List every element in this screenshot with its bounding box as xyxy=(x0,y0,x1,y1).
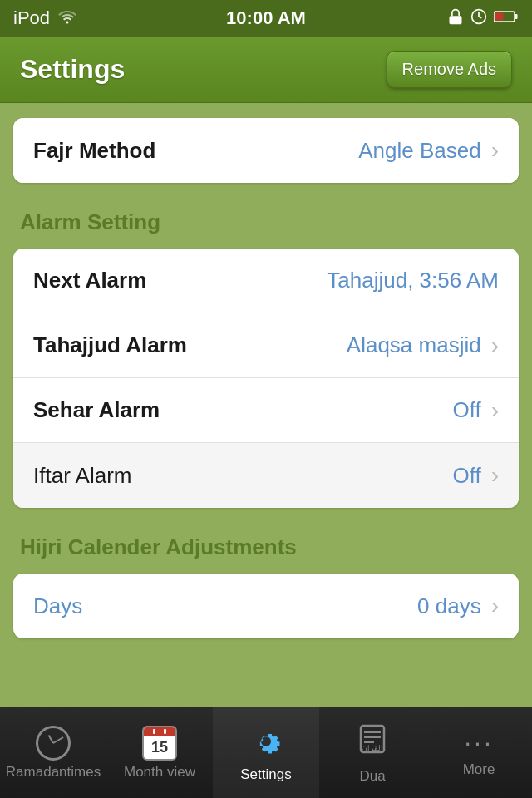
alarm-settings-group: Next Alarm Tahajjud, 3:56 AM Tahajjud Al… xyxy=(13,249,519,508)
status-left: iPod xyxy=(13,7,76,29)
fajr-method-group: Fajr Method Angle Based › xyxy=(13,118,519,183)
more-dots-icon: ··· xyxy=(464,727,494,758)
clock-tab-icon xyxy=(36,726,71,761)
days-chevron-icon: › xyxy=(491,593,499,619)
svg-rect-0 xyxy=(450,16,462,24)
dua-tab-icon: القران xyxy=(354,721,391,765)
device-label: iPod xyxy=(13,7,50,29)
tab-more-label: More xyxy=(463,761,495,778)
calendar-tab-icon: 15 xyxy=(142,726,177,761)
wifi-icon xyxy=(58,7,76,29)
calendar-number: 15 xyxy=(144,736,175,759)
battery-icon xyxy=(494,10,519,27)
status-bar: iPod 10:00 AM xyxy=(0,0,532,37)
fajr-method-value: Angle Based › xyxy=(358,137,499,164)
sehar-alarm-row[interactable]: Sehar Alarm Off › xyxy=(13,378,519,443)
next-alarm-row: Next Alarm Tahajjud, 3:56 AM xyxy=(13,249,519,313)
status-time: 10:00 AM xyxy=(226,7,306,29)
nav-bar: Settings Remove Ads xyxy=(0,37,532,103)
tab-bar: Ramadantimes 15 Month view Settings xyxy=(0,707,532,798)
remove-ads-button[interactable]: Remove Ads xyxy=(387,51,512,88)
tab-monthview-label: Month view xyxy=(124,764,195,781)
gear-tab-icon xyxy=(248,723,284,763)
tab-dua[interactable]: القران Dua xyxy=(319,707,426,798)
next-alarm-value: Tahajjud, 3:56 AM xyxy=(327,268,499,293)
sehar-alarm-value: Off › xyxy=(452,397,499,424)
iftar-alarm-value: Off › xyxy=(452,462,499,489)
iftar-alarm-row[interactable]: Iftar Alarm Off › xyxy=(13,443,519,508)
page-title: Settings xyxy=(20,54,125,85)
status-right xyxy=(447,8,519,29)
tahajjud-alarm-label: Tahajjud Alarm xyxy=(33,332,187,358)
tab-more[interactable]: ··· More xyxy=(426,707,532,798)
hijri-section-header: Hijri Calender Adjustments xyxy=(13,525,519,567)
main-content: Fajr Method Angle Based › Alarm Setting … xyxy=(0,103,532,707)
tab-settings[interactable]: Settings xyxy=(213,707,319,798)
fajr-chevron-icon: › xyxy=(491,137,499,164)
fajr-method-row[interactable]: Fajr Method Angle Based › xyxy=(13,118,519,183)
tab-dua-label: Dua xyxy=(359,768,385,785)
sehar-chevron-icon: › xyxy=(491,397,499,424)
sehar-alarm-label: Sehar Alarm xyxy=(33,397,160,423)
lock-icon xyxy=(447,8,464,29)
svg-text:القران: القران xyxy=(362,744,383,753)
tab-monthview[interactable]: 15 Month view xyxy=(106,707,213,798)
days-label: Days xyxy=(33,594,82,619)
next-alarm-label: Next Alarm xyxy=(33,268,146,293)
tab-ramadantimes[interactable]: Ramadantimes xyxy=(0,707,106,798)
tahajjud-alarm-value: Alaqsa masjid › xyxy=(347,332,499,359)
days-row[interactable]: Days 0 days › xyxy=(13,574,519,638)
tab-ramadantimes-label: Ramadantimes xyxy=(6,764,101,781)
clock-status-icon xyxy=(470,8,487,29)
iftar-chevron-icon: › xyxy=(491,462,499,489)
alarm-section-header: Alarm Setting xyxy=(13,200,519,242)
hijri-settings-group: Days 0 days › xyxy=(13,574,519,638)
tahajjud-alarm-row[interactable]: Tahajjud Alarm Alaqsa masjid › xyxy=(13,313,519,378)
svg-rect-4 xyxy=(495,12,504,20)
fajr-method-label: Fajr Method xyxy=(33,138,155,164)
iftar-alarm-label: Iftar Alarm xyxy=(33,463,131,489)
tab-settings-label: Settings xyxy=(240,766,291,783)
days-value: 0 days › xyxy=(417,593,499,619)
tahajjud-chevron-icon: › xyxy=(491,332,499,359)
svg-rect-3 xyxy=(515,14,518,19)
